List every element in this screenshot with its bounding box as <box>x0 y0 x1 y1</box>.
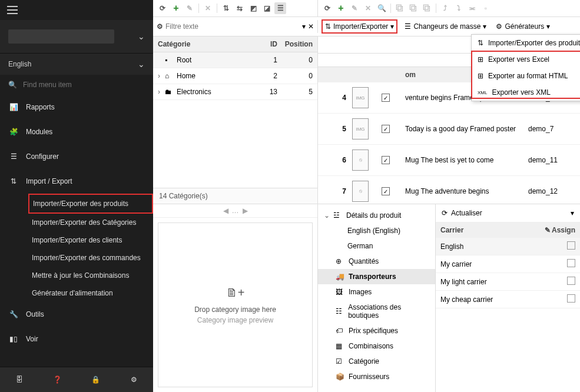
product-name: Mug The adventure begins <box>405 187 528 195</box>
tree-root[interactable]: ⌄ ☳ Détails du produit <box>318 208 435 223</box>
row-num: 4 <box>323 94 352 102</box>
mass-changers-dropdown[interactable]: ☰ Changeurs de masse ▾ <box>402 21 489 32</box>
settings-button[interactable]: ⚙ <box>115 367 153 392</box>
col-carrier[interactable]: Carrier <box>440 226 540 234</box>
category-row[interactable]: ▪ Root 1 0 <box>153 52 317 68</box>
product-row[interactable]: 5 IMG ✓ Today is a good day Framed poste… <box>318 114 580 145</box>
menu-export-xml[interactable]: XML Exporter vers XML <box>472 84 580 101</box>
expand-icon[interactable]: › <box>158 88 165 96</box>
collapse-icon[interactable]: ⌄ <box>324 211 330 220</box>
gear-icon[interactable]: ⚙ <box>157 22 163 31</box>
lock-button[interactable]: 🔒 <box>77 367 115 392</box>
copy-button[interactable]: ⿻ <box>394 2 406 14</box>
misc-button[interactable]: ▫ <box>480 2 492 14</box>
carrier-refresh[interactable]: ⟳ Actualiser ▾ <box>436 204 580 222</box>
next-icon[interactable]: ▶ <box>243 207 248 215</box>
invert-button[interactable]: ◪ <box>261 2 273 14</box>
nav-rapports[interactable]: 📊 Rapports <box>0 95 153 119</box>
xml-icon: XML <box>478 90 487 95</box>
search-button[interactable]: 🔍 <box>376 2 387 14</box>
import-export-dropdown[interactable]: ⇅ Importer/Exporter ▾ <box>322 19 397 34</box>
clear-filter-icon[interactable]: ✕ <box>308 22 314 31</box>
toggle-button[interactable]: ◩ <box>247 2 259 14</box>
category-row[interactable]: › ⌂ Home 2 0 <box>153 68 317 84</box>
add-button[interactable]: + <box>170 2 182 14</box>
tree-prices[interactable]: 🏷Prix spécifiques <box>318 323 435 338</box>
product-row[interactable]: 7 ⦸ ✓ Mug The adventure begins demo_12 <box>318 176 580 204</box>
col-category[interactable]: Catégorie <box>158 40 254 48</box>
subnav-categories[interactable]: Importer/Exporter des Catégories <box>28 214 153 231</box>
sort-button[interactable]: ⇅ <box>220 2 232 14</box>
menu-export-html[interactable]: ⊞ Exporter au format HTML <box>472 68 580 84</box>
prev-icon[interactable]: ◀ <box>223 207 228 215</box>
tree-images[interactable]: 🖼Images <box>318 284 435 300</box>
nav-configurer[interactable]: ☰ Configurer <box>0 144 153 169</box>
col-position[interactable]: Position <box>277 40 313 48</box>
refresh-button[interactable]: ⟳ <box>322 2 333 14</box>
checkbox[interactable] <box>567 241 575 250</box>
edit-button[interactable]: ✎ <box>349 2 360 14</box>
help-button[interactable]: ❓ <box>38 367 77 392</box>
nav-modules[interactable]: 🧩 Modules <box>0 119 153 144</box>
carrier-row[interactable]: My light carrier <box>436 273 580 291</box>
category-row[interactable]: › 🖿 Electronics 13 5 <box>153 84 317 100</box>
brand-row[interactable]: ⌄ <box>0 20 153 53</box>
menu-export-excel[interactable]: ⊞ Exporter vers Excel <box>472 51 580 68</box>
filter-input[interactable] <box>165 22 300 31</box>
dropzone[interactable]: 🗎+ Drop category image here Category ima… <box>158 222 313 387</box>
tree-combinations[interactable]: ▦Combinaisons <box>318 338 435 354</box>
checkbox[interactable]: ✓ <box>382 94 390 102</box>
filter-button[interactable]: ☰ <box>274 2 286 14</box>
delete-button[interactable]: ✕ <box>362 2 374 14</box>
language-selector[interactable]: English ⌄ <box>0 53 153 75</box>
export-button[interactable]: ⤴ <box>439 2 451 14</box>
refresh-button[interactable]: ⟳ <box>157 2 168 14</box>
menu-search-input[interactable] <box>23 81 111 89</box>
nav-import-export[interactable]: ⇅ Import / Export <box>0 169 153 194</box>
archive-button[interactable]: 🗄 <box>0 367 38 392</box>
subnav-feed-generator[interactable]: Générateur d'alimentation <box>28 284 153 302</box>
generators-dropdown[interactable]: ⚙ Générateurs ▾ <box>493 21 552 32</box>
carrier-row[interactable]: My carrier <box>436 255 580 273</box>
category-id: 13 <box>254 88 277 96</box>
checkbox[interactable]: ✓ <box>382 187 390 195</box>
funnel-icon[interactable]: ▾ <box>302 22 306 31</box>
tree-suppliers[interactable]: 📦Fournisseurs <box>318 369 435 384</box>
link-button[interactable]: ⫘ <box>466 2 478 14</box>
add-button[interactable]: + <box>335 2 347 14</box>
carrier-row[interactable]: My cheap carrier <box>436 291 580 308</box>
nav-outils[interactable]: 🔧 Outils <box>0 302 153 327</box>
dup-button[interactable]: ⿻ <box>421 2 433 14</box>
menu-import-export-products[interactable]: ⇅ Importer/Exporter des produits <box>472 35 580 51</box>
checkbox[interactable] <box>567 294 575 303</box>
subnav-products[interactable]: Importer/Exporter des produits <box>28 194 153 214</box>
checkbox[interactable] <box>567 259 575 267</box>
expand-icon[interactable]: › <box>158 72 165 80</box>
col-assign[interactable]: ✎Assign <box>540 226 575 234</box>
tree-lang[interactable]: English (English) <box>318 223 435 238</box>
tree-category[interactable]: ☑Catégorie <box>318 354 435 369</box>
product-row[interactable]: 6 ⦸ ✓ Mug The best is yet to come demo_1… <box>318 145 580 176</box>
nav-voir[interactable]: ▮▯ Voir <box>0 327 153 351</box>
details-icon: ☳ <box>333 211 343 220</box>
col-id[interactable]: ID <box>254 40 277 48</box>
tree-shops[interactable]: ☷Associations des boutiques <box>318 300 435 323</box>
checkbox[interactable] <box>567 277 575 285</box>
delete-button[interactable]: ✕ <box>202 2 214 14</box>
tree-quantities[interactable]: ⊕Quantités <box>318 254 435 269</box>
paste-button[interactable]: ⿻ <box>407 2 419 14</box>
subnav-combinations[interactable]: Mettre à jour les Combinaisons <box>28 267 153 284</box>
tree-transporteurs[interactable]: 🚚Transporteurs <box>318 269 435 284</box>
carrier-row[interactable]: English <box>436 238 580 255</box>
move-button[interactable]: ⇆ <box>234 2 246 14</box>
tree-lang[interactable]: German <box>318 238 435 254</box>
hamburger-icon[interactable] <box>7 6 18 14</box>
subnav-clients[interactable]: Importer/Exporter des clients <box>28 231 153 249</box>
tree-label: Fournisseurs <box>349 373 389 381</box>
checkbox[interactable]: ✓ <box>382 156 390 164</box>
edit-button[interactable]: ✎ <box>184 2 195 14</box>
checkbox[interactable]: ✓ <box>382 125 390 133</box>
import-button[interactable]: ⤵ <box>453 2 465 14</box>
add-image-icon: 🗎+ <box>226 286 245 300</box>
subnav-orders[interactable]: Importer/Exporter des commandes <box>28 249 153 267</box>
